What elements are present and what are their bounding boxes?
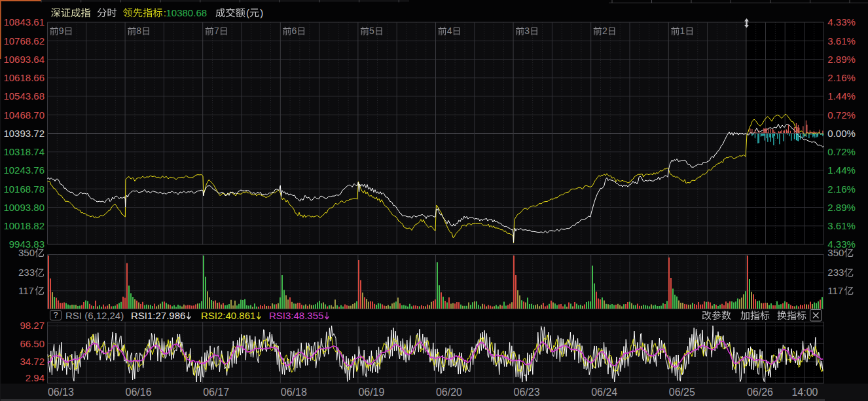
svg-text:2.16%: 2.16% [827, 183, 856, 195]
svg-text:4.33%: 4.33% [827, 16, 856, 28]
svg-text:06/17: 06/17 [203, 387, 229, 398]
svg-text:06/13: 06/13 [48, 387, 74, 398]
svg-text:350: 350 [18, 247, 35, 258]
svg-text:2: 2 [602, 26, 607, 36]
svg-text:350: 350 [827, 247, 844, 258]
svg-text:2.94: 2.94 [26, 372, 45, 383]
svg-text:3: 3 [524, 26, 530, 36]
svg-text:2.89%: 2.89% [827, 54, 856, 65]
svg-text:RSI (6,12,24): RSI (6,12,24) [65, 310, 124, 321]
svg-text:9: 9 [59, 26, 64, 36]
svg-text:RSI2:40.861: RSI2:40.861 [201, 310, 255, 321]
svg-text:RSI1:27.986: RSI1:27.986 [131, 310, 185, 321]
svg-text:06/24: 06/24 [591, 387, 617, 398]
svg-text:10093.80: 10093.80 [3, 202, 45, 213]
svg-text:0.00%: 0.00% [827, 128, 856, 139]
svg-text:?: ? [54, 311, 58, 320]
svg-text:1: 1 [680, 26, 685, 36]
svg-text:06/18: 06/18 [281, 387, 307, 398]
svg-text:10843.61: 10843.61 [3, 16, 45, 28]
svg-text:10318.74: 10318.74 [3, 146, 45, 157]
svg-text:233: 233 [18, 267, 35, 278]
svg-text:06/20: 06/20 [436, 387, 462, 398]
svg-text:10380.68: 10380.68 [166, 7, 208, 18]
svg-text:66.50: 66.50 [20, 338, 45, 349]
svg-text:06/16: 06/16 [126, 387, 152, 398]
svg-text:0.72%: 0.72% [827, 146, 856, 157]
svg-text:06/19: 06/19 [358, 387, 384, 398]
svg-text:1.44%: 1.44% [827, 164, 856, 176]
svg-text:233: 233 [827, 267, 844, 278]
svg-text:6: 6 [292, 26, 297, 36]
svg-text:117: 117 [827, 285, 843, 296]
svg-text:10468.70: 10468.70 [3, 109, 45, 121]
svg-text:06/23: 06/23 [514, 387, 540, 398]
svg-text:3.61%: 3.61% [827, 220, 856, 231]
svg-text:7: 7 [214, 26, 219, 36]
svg-text:06/25: 06/25 [669, 387, 695, 398]
svg-text:14:00: 14:00 [791, 387, 818, 398]
svg-text:10393.72: 10393.72 [3, 128, 45, 139]
svg-text:10618.66: 10618.66 [3, 72, 45, 83]
svg-text:4: 4 [447, 26, 452, 36]
svg-text:10243.76: 10243.76 [3, 164, 45, 176]
svg-text:1.44%: 1.44% [827, 90, 856, 102]
svg-text:8: 8 [136, 26, 141, 36]
svg-text:RSI3:48.355: RSI3:48.355 [269, 310, 323, 321]
svg-text:2.16%: 2.16% [827, 72, 856, 83]
svg-text:): ) [260, 7, 263, 18]
svg-text:0.72%: 0.72% [827, 109, 856, 121]
svg-text:5: 5 [369, 26, 374, 36]
svg-text:34.72: 34.72 [20, 356, 45, 367]
svg-text:10768.62: 10768.62 [3, 35, 45, 47]
svg-text:10693.64: 10693.64 [3, 54, 45, 65]
svg-text:10168.78: 10168.78 [3, 183, 45, 195]
svg-text:10018.82: 10018.82 [3, 220, 45, 231]
svg-text:3.61%: 3.61% [827, 35, 856, 47]
svg-text:06/26: 06/26 [747, 387, 773, 398]
svg-text:2.89%: 2.89% [827, 202, 856, 213]
svg-text:117: 117 [18, 285, 34, 296]
svg-text:98.27: 98.27 [20, 320, 45, 331]
svg-text:10543.68: 10543.68 [3, 90, 45, 102]
svg-text:(: ( [246, 7, 249, 18]
